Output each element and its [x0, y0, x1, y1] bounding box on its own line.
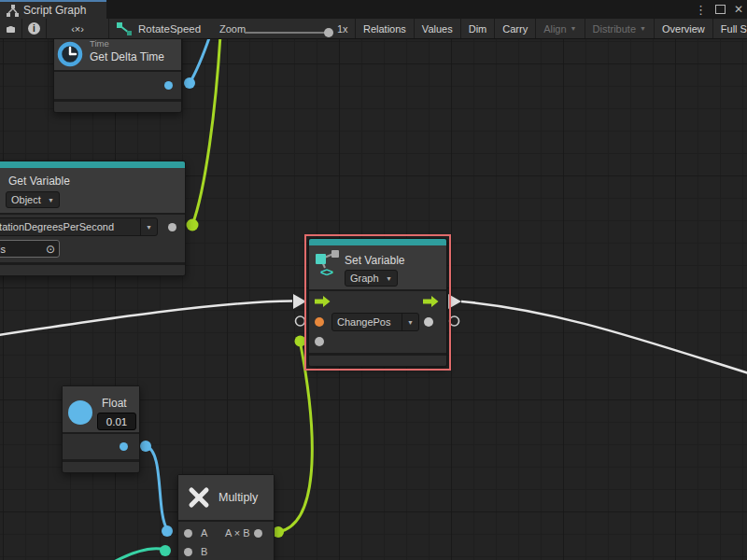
node-footer: [63, 462, 139, 472]
delta-time-output-port[interactable]: [164, 81, 173, 90]
node-category: Time: [90, 38, 109, 49]
node-multiply[interactable]: Multiply A A × B B: [177, 474, 275, 560]
tab-script-graph[interactable]: Script Graph: [0, 0, 106, 19]
set-variable-value-port[interactable]: [315, 337, 324, 346]
variable-kind-strip: [309, 239, 446, 245]
code-brackets-icon: <>: [320, 265, 332, 279]
node-body: otationDegreesPerSecond ▼ his ⊙: [0, 215, 185, 262]
float-value-input[interactable]: 0.01: [97, 413, 136, 430]
node-get-variable[interactable]: Get Variable Object ▼ otationDegreesPerS…: [0, 161, 186, 276]
node-footer: [0, 265, 185, 275]
variable-name-value: otationDegreesPerSecond: [0, 218, 135, 235]
node-footer: [309, 356, 446, 366]
dim-button[interactable]: Dim: [460, 19, 495, 38]
inspector-button[interactable]: i: [22, 19, 47, 38]
float-type-icon: [68, 400, 92, 425]
maximize-icon[interactable]: [715, 5, 726, 14]
node-body: ChangePos ▼: [309, 291, 446, 353]
control-input-port[interactable]: [315, 295, 331, 308]
distribute-button[interactable]: Distribute ▼: [585, 19, 654, 38]
node-title: Set Variable: [345, 254, 404, 267]
chevron-down-icon: ▼: [640, 25, 646, 32]
chevron-down-icon: ▼: [402, 314, 418, 330]
variable-target-field[interactable]: his ⊙: [0, 240, 60, 258]
node-get-delta-time[interactable]: Time Get Delta Time: [53, 34, 182, 113]
info-icon: i: [28, 22, 40, 35]
lock-button[interactable]: [0, 19, 22, 38]
chevron-down-icon: ▼: [386, 275, 392, 282]
toolbar-buttons: Relations Values Dim Carry Align ▼ Distr…: [355, 19, 747, 38]
node-footer: [54, 102, 181, 112]
node-header: Multiply: [178, 475, 274, 520]
multiply-icon: [185, 483, 213, 511]
api-toggle-icon: ‹×›: [71, 23, 84, 35]
set-variable-output-port[interactable]: [424, 317, 433, 327]
input-a-label: A: [201, 527, 207, 539]
node-header: Float 0.01: [63, 386, 139, 432]
node-title: Get Delta Time: [90, 50, 164, 63]
node-set-variable[interactable]: <> Set Variable Graph ▼ ChangePos ▼: [308, 238, 447, 367]
variable-name-port[interactable]: [315, 317, 324, 327]
variable-scope-dropdown[interactable]: Graph ▼: [345, 270, 398, 287]
chevron-down-icon: ▼: [48, 197, 54, 203]
float-output-port[interactable]: [120, 442, 128, 451]
variable-kind-strip: [0, 161, 185, 168]
script-graph-window: Time Get Delta Time Get Variable Object …: [0, 0, 747, 560]
script-graph-asset-icon: [117, 22, 132, 35]
chevron-down-icon: ▼: [140, 218, 157, 235]
node-title: Float: [102, 397, 127, 410]
node-body: [54, 72, 181, 99]
node-header: Get Variable Object ▼: [0, 168, 185, 213]
zoom-label: Zoom: [219, 19, 246, 38]
graph-toolbar: i ‹×› RotateSpeed Zoom 1x Relations Valu…: [0, 19, 747, 39]
get-variable-output-port[interactable]: [168, 223, 176, 231]
variable-scope-value: Graph: [350, 273, 379, 284]
zoom-level: 1x: [337, 19, 348, 38]
overview-button[interactable]: Overview: [654, 19, 712, 38]
multiply-input-b-port[interactable]: [184, 548, 192, 556]
zoom-slider-thumb[interactable]: [324, 28, 333, 37]
carry-button[interactable]: Carry: [494, 19, 535, 38]
variable-name-value: ChangePos: [332, 314, 397, 330]
align-button[interactable]: Align ▼: [535, 19, 584, 38]
tab-bar: Script Graph ⋮ ✕: [0, 0, 747, 19]
values-button[interactable]: Values: [414, 19, 460, 38]
input-b-label: B: [201, 546, 207, 557]
kebab-menu-icon[interactable]: ⋮: [695, 3, 707, 17]
multiply-input-a-port[interactable]: [184, 529, 192, 538]
variable-name-dropdown[interactable]: ChangePos ▼: [331, 313, 419, 331]
close-icon[interactable]: ✕: [734, 3, 743, 16]
api-toggle-button[interactable]: ‹×›: [47, 19, 109, 38]
multiply-output-port[interactable]: [254, 529, 262, 538]
variable-name-dropdown[interactable]: otationDegreesPerSecond ▼: [0, 217, 158, 236]
variable-target-value: his: [0, 244, 6, 255]
node-title: Multiply: [218, 491, 258, 504]
full-screen-button[interactable]: Full Screen: [712, 19, 747, 38]
graph-tab-icon: [7, 5, 19, 17]
graph-breadcrumb[interactable]: RotateSpeed: [117, 19, 201, 38]
control-output-port[interactable]: [423, 295, 439, 308]
zoom-slider-track[interactable]: [245, 32, 329, 34]
tab-title: Script Graph: [23, 4, 86, 17]
object-picker-icon[interactable]: ⊙: [46, 243, 55, 256]
lock-icon: [6, 22, 16, 35]
chevron-down-icon: ▼: [571, 25, 577, 32]
variable-scope-value: Object: [11, 194, 41, 205]
node-body: [63, 434, 139, 459]
time-clock-icon: [56, 40, 84, 68]
relations-button[interactable]: Relations: [355, 19, 414, 38]
node-title: Get Variable: [8, 175, 70, 188]
node-header: Time Get Delta Time: [54, 35, 181, 70]
node-float[interactable]: Float 0.01: [62, 385, 140, 473]
output-label: A × B: [225, 527, 250, 539]
node-body: A A × B B: [178, 522, 274, 560]
variable-scope-dropdown[interactable]: Object ▼: [6, 191, 60, 208]
graph-name: RotateSpeed: [138, 23, 201, 35]
node-header: <> Set Variable Graph ▼: [309, 245, 446, 289]
window-controls: ⋮ ✕: [695, 0, 743, 19]
